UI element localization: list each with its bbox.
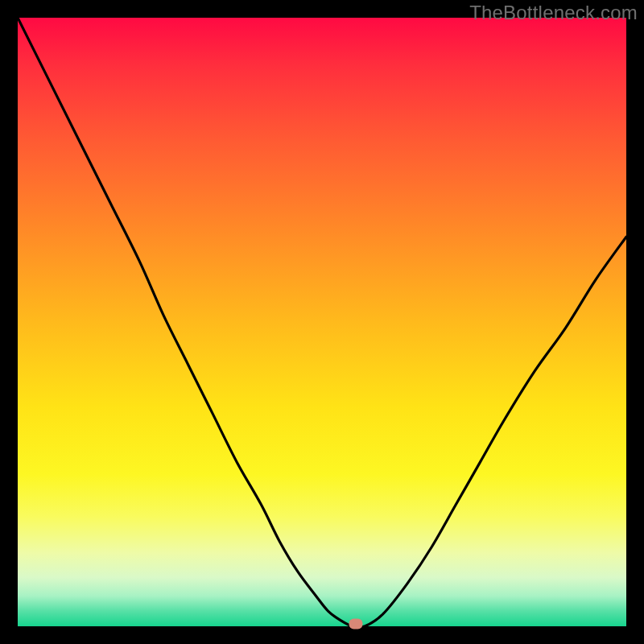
minimum-marker	[349, 619, 362, 630]
bottleneck-curve	[18, 18, 626, 626]
watermark-text: TheBottleneck.com	[469, 2, 638, 24]
chart-frame: TheBottleneck.com	[0, 0, 644, 644]
plot-area	[18, 18, 626, 626]
